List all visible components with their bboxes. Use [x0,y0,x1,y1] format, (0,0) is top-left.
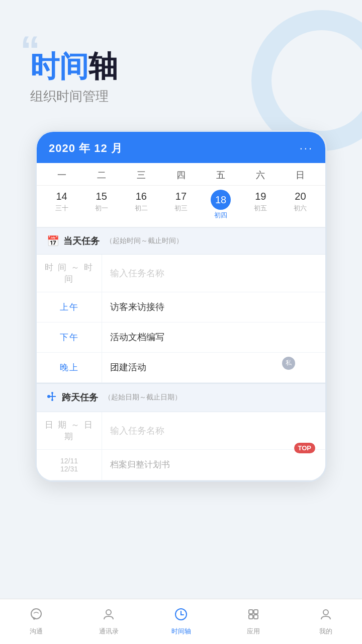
nav-label-apps: 应用 [247,627,260,636]
svg-rect-9 [254,610,258,614]
task-content-afternoon[interactable]: 活动文档编写 [102,323,325,352]
svg-point-12 [323,610,328,615]
date-15[interactable]: 15 初一 [81,190,121,220]
calendar-weekdays: 一 二 三 四 五 六 日 [37,163,325,186]
profile-icon [319,607,333,625]
weekday-tue: 二 [81,169,121,181]
date-16[interactable]: 16 初二 [121,190,161,220]
cross-task-input-row[interactable]: 日 期 ～ 日 期 输入任务名称 [37,412,325,450]
svg-point-5 [31,609,41,619]
daily-task-section-header: 📅 当天任务 （起始时间～截止时间） [37,228,325,255]
title-part2: 轴 [88,50,118,83]
phone-mockup: 2020 年 12 月 ··· 一 二 三 四 五 六 日 14 三十 15 初… [35,130,327,482]
chat-icon [29,607,43,625]
weekday-thu: 四 [161,169,201,181]
task-row-afternoon[interactable]: 下午 活动文档编写 [37,323,325,353]
weekday-wed: 三 [121,169,161,181]
nav-item-apps[interactable]: 应用 [217,607,290,636]
date-14[interactable]: 14 三十 [42,190,81,220]
cross-task-icon [47,391,58,405]
task-time-evening: 晚上 [37,353,102,382]
task-time-afternoon: 下午 [37,323,102,352]
time-input[interactable]: 时 间 ～ 时 间 [37,255,102,292]
date-20[interactable]: 20 初六 [281,190,320,220]
weekday-sat: 六 [241,169,281,181]
task-content-morning[interactable]: 访客来访接待 [102,292,325,322]
calendar-task-icon: 📅 [47,235,59,247]
cross-task-subtitle: （起始日期～截止日期） [104,393,182,402]
daily-task-input-row[interactable]: 时 间 ～ 时 间 输入任务名称 [37,255,325,292]
header-section: 时间轴 组织时间管理 [0,0,362,120]
page-subtitle: 组织时间管理 [30,88,332,105]
svg-rect-10 [249,615,253,619]
task-name-input[interactable]: 输入任务名称 [102,255,325,292]
svg-point-6 [106,610,111,615]
cross-task-date-range: 12/1112/31 [37,450,102,480]
calendar-header: 2020 年 12 月 ··· [37,132,325,163]
date-17[interactable]: 17 初三 [161,190,201,220]
timeline-icon [174,607,188,625]
calendar-more-button[interactable]: ··· [300,142,313,155]
calendar-dates-row: 14 三十 15 初一 16 初二 17 初三 18 初四 19 初五 20 初… [37,186,325,228]
task-content-evening[interactable]: 团建活动 私 [102,353,325,382]
daily-task-title: 当天任务 [63,235,100,247]
weekday-mon: 一 [42,169,81,181]
daily-task-subtitle: （起始时间～截止时间） [106,236,183,246]
weekday-sun: 日 [281,169,320,181]
nav-label-timeline: 时间轴 [171,627,191,636]
nav-item-profile[interactable]: 我的 [290,607,362,636]
cross-task-section-header: 跨天任务 （起始日期～截止日期） [37,383,325,412]
task-row-morning[interactable]: 上午 访客来访接待 [37,292,325,323]
task-row-evening[interactable]: 晚上 团建活动 私 [37,353,325,383]
title-part1: 时间 [30,50,88,83]
date-18-active[interactable]: 18 初四 [201,190,241,220]
nav-item-timeline[interactable]: 时间轴 [145,607,217,636]
date-19[interactable]: 19 初五 [241,190,281,220]
cross-task-content-partial[interactable]: 档案归整计划书 TOP [102,450,325,480]
cross-task-title: 跨天任务 [62,391,98,404]
private-badge: 私 [282,357,295,370]
date-range-input[interactable]: 日 期 ～ 日 期 [37,412,102,449]
apps-icon [246,607,260,625]
nav-label-contacts: 通讯录 [99,627,119,636]
nav-item-contacts[interactable]: 通讯录 [72,607,145,636]
contacts-icon [102,607,116,625]
weekday-fri: 五 [201,169,241,181]
nav-label-chat: 沟通 [30,627,43,636]
page-title: 时间轴 [30,50,332,83]
calendar-month-title: 2020 年 12 月 [49,141,123,156]
cross-task-row-partial[interactable]: 12/1112/31 档案归整计划书 TOP [37,450,325,480]
nav-label-profile: 我的 [319,627,332,636]
top-badge: TOP [294,443,316,453]
svg-rect-8 [249,610,253,614]
nav-item-chat[interactable]: 沟通 [0,607,72,636]
svg-rect-11 [254,615,258,619]
bottom-navigation: 沟通 通讯录 时间轴 应用 [0,599,362,644]
cross-task-name-input[interactable]: 输入任务名称 [102,412,325,449]
task-time-morning: 上午 [37,292,102,322]
